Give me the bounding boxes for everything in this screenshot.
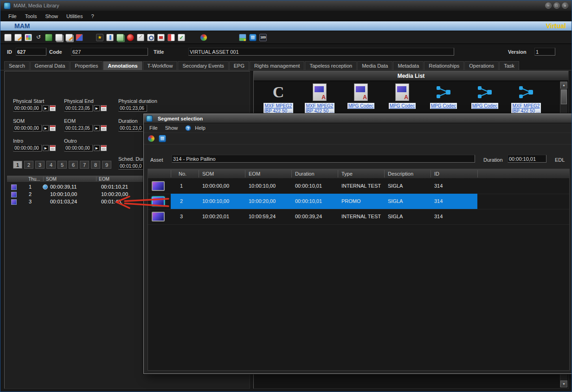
media-item-1[interactable]: C MXF MPEG2IBP 422 50 ... [258,82,298,114]
segment-button-4[interactable]: 4 [46,161,56,169]
menu-item-show[interactable]: Show [41,13,62,19]
column-icon[interactable] [106,34,114,41]
aspect-169-icon[interactable]: 169 [259,34,267,41]
new-icon[interactable] [4,34,12,41]
star-icon[interactable] [96,34,103,41]
image-icon[interactable] [239,34,246,41]
intro-calendar-icon[interactable] [50,145,56,151]
col-id[interactable]: ID [434,169,439,178]
clip-icon[interactable] [45,34,52,41]
segment-thumbnail[interactable] [152,181,165,191]
copy-icon[interactable] [55,34,63,41]
segment-row-2-selected[interactable]: 2 10:00:10,00 10:00:20,00 00:00:10,01 PR… [148,194,569,209]
segment-button-2[interactable]: 2 [24,161,33,169]
outro-calendar-icon[interactable] [101,145,107,151]
media-item-label[interactable]: MXF MPEG2IBP 422 50 ... [305,103,334,114]
segment-button-3[interactable]: 3 [35,161,45,169]
intro-play-button[interactable]: ▶ [43,145,49,151]
scroll-thumb[interactable] [561,89,567,104]
dialog-duration-input[interactable] [508,155,546,163]
tab-annotations[interactable]: Annotations [103,61,142,70]
undo-icon[interactable] [35,34,42,41]
media-item-4[interactable]: A MPG Codec [382,82,422,109]
col-som[interactable]: SOM [46,176,57,183]
media-item-5[interactable]: MPG Codec [424,82,463,109]
panel-icon[interactable] [249,34,257,41]
scroll-down-button[interactable]: ▼ [560,380,567,387]
tab-secondary-events[interactable]: Secondary Events [178,61,228,70]
minimize-button[interactable]: − [545,2,552,9]
physical-end-calendar-icon[interactable] [101,105,107,111]
pages-icon[interactable] [116,34,124,41]
media-item-label[interactable]: MXF MPEG2IBP 422 50 ... [264,103,293,114]
som-input[interactable] [13,125,42,132]
dialog-menu-show[interactable]: Show [161,125,182,131]
media-item-label[interactable]: MPG Codec [389,103,416,109]
version-input[interactable] [534,48,555,56]
maximize-button[interactable]: □ [553,2,560,9]
menu-item-file[interactable]: File [4,13,21,19]
copy-edit-icon[interactable] [65,34,73,41]
som-play-button[interactable]: ▶ [43,125,49,131]
col-thumbnail[interactable]: Thu... [28,176,40,183]
physical-start-play-button[interactable]: ▶ [43,105,49,111]
dialog-title-bar[interactable]: Segment selection [144,114,572,123]
scroll-up-button[interactable]: ▲ [560,82,567,89]
menu-item-tools[interactable]: Tools [21,13,41,19]
media-item-7[interactable]: MXF MPEG2IBP 422 50 ... [506,82,546,114]
tab-media-data[interactable]: Media Data [357,61,392,70]
col-type[interactable]: Type [341,169,353,178]
id-input[interactable] [16,48,46,56]
segment-button-9[interactable]: 9 [102,161,111,169]
tab-metadata[interactable]: Metadata [393,61,424,70]
physical-start-calendar-icon[interactable] [50,105,56,111]
page-check-icon[interactable] [178,34,185,41]
page-red-icon[interactable] [167,34,175,41]
segment-button-7[interactable]: 7 [80,161,89,169]
page-search-icon[interactable] [147,34,154,41]
segment-thumbnail[interactable] [152,212,165,221]
media-item-label[interactable]: MPG Codec [347,103,374,109]
segment-button-8[interactable]: 8 [91,161,100,169]
tab-epg[interactable]: EPG [229,61,249,70]
help-icon[interactable]: ? [185,125,191,131]
tab-rights-management[interactable]: Rights management [250,61,304,70]
col-duration[interactable]: Duration [295,169,315,178]
panel-icon[interactable] [159,135,166,142]
physical-end-play-button[interactable]: ▶ [94,105,100,111]
col-som[interactable]: SOM [202,169,214,178]
media-item-3[interactable]: A MPG Codec [341,82,381,109]
col-eom[interactable]: EOM [249,169,260,178]
tab-t-workflow[interactable]: T-Workflow [143,61,178,70]
media-item-2[interactable]: A MXF MPEG2IBP 422 50 ... [300,82,340,114]
eom-play-button[interactable]: ▶ [94,125,100,131]
menu-item-help[interactable]: ? [87,13,98,19]
physical-duration-input[interactable] [118,105,147,112]
tab-task[interactable]: Task [499,61,519,70]
media-item-label[interactable]: MXF MPEG2IBP 422 50 ... [511,103,541,114]
segment-row-3[interactable]: 3 10:00:20,01 10:00:59,24 00:00:39,24 IN… [148,209,569,225]
outro-input[interactable] [64,145,93,152]
media-item-6[interactable]: MPG Codec [465,82,505,109]
col-eom[interactable]: EOM [99,176,109,183]
tab-properties[interactable]: Properties [70,61,103,70]
tab-general-data[interactable]: General Data [30,61,70,70]
title-input[interactable] [188,48,454,56]
grid-icon[interactable] [25,34,32,41]
physical-end-input[interactable] [64,105,93,112]
sphere-icon[interactable] [148,135,155,142]
media-item-label[interactable]: MPG Codec [430,103,457,109]
outro-play-button[interactable]: ▶ [94,145,100,151]
sched-dur-input[interactable] [118,163,147,170]
segment-button-1[interactable]: 1 [13,161,22,169]
eom-calendar-icon[interactable] [101,125,107,131]
segment-button-6[interactable]: 6 [69,161,78,169]
dialog-menu-file[interactable]: File [146,125,161,131]
segment-row-1[interactable]: 1 10:00:00,00 10:00:10,00 00:00:10,01 IN… [148,178,569,194]
tab-operations[interactable]: Operations [464,61,499,70]
alert-icon[interactable] [127,34,134,41]
tab-relationships[interactable]: Relationships [424,61,464,70]
segment-button-5[interactable]: 5 [58,161,67,169]
intro-input[interactable] [13,145,42,152]
globe-icon[interactable] [200,34,207,41]
